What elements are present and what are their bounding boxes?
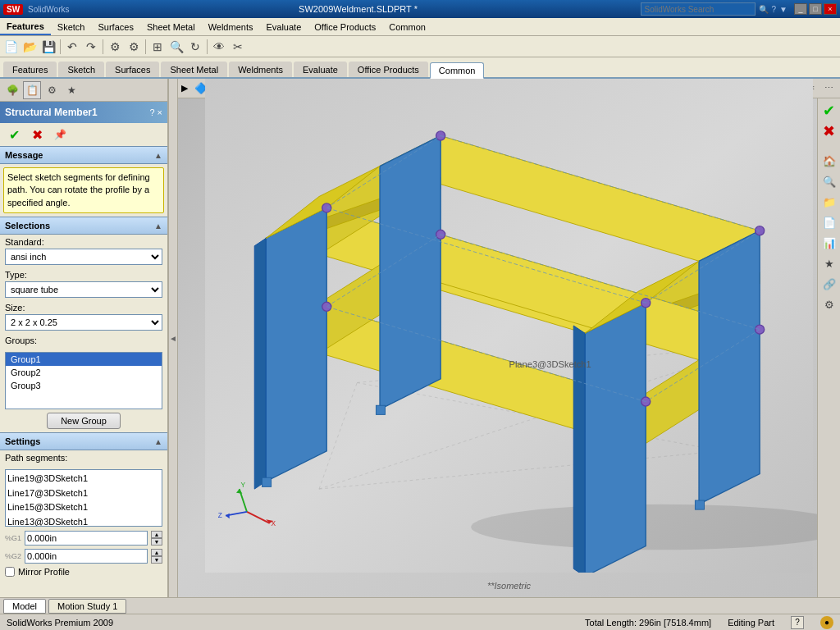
menu-surfaces[interactable]: Surfaces xyxy=(92,18,140,35)
g2-spin-up[interactable]: ▲ xyxy=(151,549,162,556)
g2-input[interactable] xyxy=(25,549,148,564)
path-segments-label: Path segments: xyxy=(5,453,162,463)
accept-icon[interactable]: ✔ xyxy=(823,102,835,120)
g2-spin-down[interactable]: ▼ xyxy=(151,556,162,564)
tab-office-products[interactable]: Office Products xyxy=(349,62,428,77)
g2-spinner: ▲ ▼ xyxy=(151,549,162,564)
menu-common[interactable]: Common xyxy=(382,18,432,35)
tab-evaluate[interactable]: Evaluate xyxy=(294,62,347,77)
viewport: ▶ 🔷 SW2009Weldment (Default<... ⊞ 🔍 ↻ ✋ … xyxy=(178,79,840,597)
panel-collapse-button[interactable]: ◄ xyxy=(168,79,178,597)
zoom-in-button[interactable]: 🔍 xyxy=(167,38,185,56)
message-content: Select sketch segments for defining path… xyxy=(3,167,164,213)
cancel-button[interactable]: ✖ xyxy=(28,126,46,144)
tab-motion-study[interactable]: Motion Study 1 xyxy=(48,599,126,614)
save-button[interactable]: 💾 xyxy=(39,38,57,56)
folder-btn[interactable]: 📁 xyxy=(820,193,838,211)
settings-btn[interactable]: ⚙ xyxy=(820,295,838,313)
settings-section-header[interactable]: Settings ▲ xyxy=(0,432,167,450)
menu-weldments[interactable]: Weldments xyxy=(202,18,260,35)
favorites-btn[interactable]: ★ xyxy=(62,81,80,99)
feature-close-icon[interactable]: × xyxy=(158,107,162,117)
property-manager-btn[interactable]: 📋 xyxy=(23,81,41,99)
svg-point-1 xyxy=(471,504,840,550)
feature-manager-btn[interactable]: 🌳 xyxy=(3,81,21,99)
mirror-profile-checkbox[interactable] xyxy=(5,567,15,577)
help-icon[interactable]: ? xyxy=(772,5,777,14)
new-group-button[interactable]: New Group xyxy=(47,413,121,429)
tab-features[interactable]: Features xyxy=(3,62,57,77)
tab-sketch[interactable]: Sketch xyxy=(58,62,104,77)
svg-text:X: X xyxy=(272,519,276,527)
pin-button[interactable]: 📌 xyxy=(51,126,69,144)
group-item-1[interactable]: Group1 xyxy=(6,353,162,366)
undo-button[interactable]: ↶ xyxy=(63,38,81,56)
g1-spin-up[interactable]: ▲ xyxy=(151,531,162,538)
status-help-button[interactable]: ? xyxy=(791,616,804,629)
star-btn[interactable]: ★ xyxy=(820,254,838,272)
close-button[interactable]: × xyxy=(824,3,837,15)
config-manager-btn[interactable]: ⚙ xyxy=(43,81,61,99)
tab-sheet-metal[interactable]: Sheet Metal xyxy=(161,62,227,77)
action-buttons: ✔ ✖ 📌 xyxy=(0,123,167,146)
tab-surfaces[interactable]: Surfaces xyxy=(106,62,159,77)
link-btn[interactable]: 🔗 xyxy=(820,275,838,293)
groups-label: Groups: xyxy=(5,336,162,345)
new-button[interactable]: 📄 xyxy=(2,38,20,56)
selections-section-header[interactable]: Selections ▲ xyxy=(0,217,167,235)
expand-icon[interactable]: ▼ xyxy=(779,5,788,14)
search-input[interactable] xyxy=(641,2,756,16)
tab-common[interactable]: Common xyxy=(430,62,485,79)
group-item-3[interactable]: Group3 xyxy=(6,379,162,392)
settings-chevron: ▲ xyxy=(154,437,162,446)
menu-sheet-metal[interactable]: Sheet Metal xyxy=(140,18,202,35)
iso-label: *Isometric xyxy=(487,581,531,591)
open-button[interactable]: 📂 xyxy=(21,38,39,56)
groups-field: Groups: xyxy=(0,333,167,349)
feature-title-bar: Structural Member1 ? × xyxy=(0,102,167,123)
svg-marker-24 xyxy=(380,135,441,409)
search-icon: 🔍 xyxy=(759,5,769,14)
home-btn[interactable]: 🏠 xyxy=(820,152,838,170)
reject-icon[interactable]: ✖ xyxy=(823,122,835,140)
tab-model[interactable]: Model xyxy=(3,599,46,614)
size-select[interactable]: 2 x 2 x 0.25 xyxy=(5,314,162,331)
file-title: SW2009Weldment.SLDPRT * xyxy=(76,4,641,14)
zoom-to-selection-btn[interactable]: 🔍 xyxy=(820,172,838,190)
options-button[interactable]: ⚙ xyxy=(125,38,143,56)
group-item-2[interactable]: Group2 xyxy=(6,366,162,379)
section-view-button[interactable]: ✂ xyxy=(229,38,247,56)
doc-btn[interactable]: 📄 xyxy=(820,213,838,231)
left-panel: 🌳 📋 ⚙ ★ Structural Member1 ? × ✔ ✖ 📌 Mes… xyxy=(0,79,168,597)
menu-office-products[interactable]: Office Products xyxy=(308,18,382,35)
ok-button[interactable]: ✔ xyxy=(5,126,23,144)
standard-select[interactable]: ansi inch xyxy=(5,249,162,265)
slideshow-btn[interactable]: 📊 xyxy=(820,234,838,252)
tab-weldments[interactable]: Weldments xyxy=(229,62,292,77)
rotate-button[interactable]: ↻ xyxy=(186,38,204,56)
status-indicator: ● xyxy=(820,616,833,629)
minimize-button[interactable]: _ xyxy=(794,3,807,15)
menu-features[interactable]: Features xyxy=(0,18,51,35)
menu-evaluate[interactable]: Evaluate xyxy=(259,18,308,35)
hide-button[interactable]: 👁 xyxy=(210,38,228,56)
panel-icon-bar: 🌳 📋 ⚙ ★ xyxy=(0,79,167,102)
zoom-fit-button[interactable]: ⊞ xyxy=(148,38,167,56)
path-segment-4: Line13@3DSketch1 xyxy=(7,515,160,527)
menu-sketch[interactable]: Sketch xyxy=(51,18,92,35)
restore-button[interactable]: □ xyxy=(809,3,822,15)
solidworks-logo: SW xyxy=(3,4,23,15)
bottom-tabs: Model Motion Study 1 xyxy=(0,597,840,614)
redo-button[interactable]: ↷ xyxy=(82,38,100,56)
g1-input[interactable] xyxy=(25,531,148,546)
window-controls: _ □ × xyxy=(794,3,837,15)
type-select[interactable]: square tube xyxy=(5,281,162,298)
message-section-header[interactable]: Message ▲ xyxy=(0,146,167,164)
panel-content: Message ▲ Select sketch segments for def… xyxy=(0,146,167,597)
feature-help-icon[interactable]: ? xyxy=(149,107,154,117)
type-label: Type: xyxy=(5,270,162,280)
rebuild-button[interactable]: ⚙ xyxy=(106,38,124,56)
toolbar-separator-4 xyxy=(207,39,208,54)
svg-marker-22 xyxy=(266,208,326,481)
g1-spin-down[interactable]: ▼ xyxy=(151,538,162,546)
